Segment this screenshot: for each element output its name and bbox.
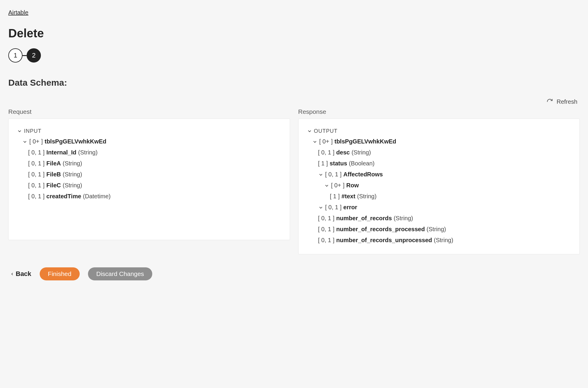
field-name: FileC <box>47 181 61 190</box>
field-type: (String) <box>63 159 82 168</box>
field-type: (String) <box>357 192 377 201</box>
refresh-label: Refresh <box>557 98 577 106</box>
response-label: Response <box>298 107 580 116</box>
refresh-icon <box>547 98 553 105</box>
field-type: (Boolean) <box>349 159 375 168</box>
field-type: (String) <box>78 148 98 157</box>
chevron-left-icon <box>11 272 14 276</box>
tree-leaf[interactable]: [ 0, 1 ] FileB (String) <box>17 169 281 180</box>
cardinality: [ 0, 1 ] <box>318 148 335 157</box>
chevron-down-icon[interactable] <box>307 129 312 133</box>
chevron-down-icon[interactable] <box>318 205 323 210</box>
section-title: Data Schema: <box>8 76 580 89</box>
tree-node-error[interactable]: [ 0, 1 ] error <box>307 202 571 213</box>
tree-leaf[interactable]: [ 0, 1 ] number_of_records_processed (St… <box>307 224 571 235</box>
cardinality: [ 0+ <box>331 181 341 190</box>
node-name: Row <box>346 181 359 190</box>
page-title: Delete <box>8 25 580 42</box>
tree-leaf[interactable]: [ 0, 1 ] number_of_records_unprocessed (… <box>307 235 571 246</box>
tree-leaf[interactable]: [ 1 ] status (Boolean) <box>307 158 571 169</box>
request-label: Request <box>8 107 290 116</box>
cardinality: [ 0+ <box>319 137 329 146</box>
cardinality: [ 0, 1 ] <box>28 181 45 190</box>
cardinality: [ 1 ] <box>318 159 328 168</box>
step-connector <box>23 55 27 56</box>
tree-node-row[interactable]: [ 0+ ] Row <box>307 180 571 191</box>
tree-leaf[interactable]: [ 0, 1 ] number_of_records (String) <box>307 213 571 224</box>
field-name: desc <box>336 148 350 157</box>
field-type: (String) <box>394 214 413 223</box>
tree-root-output[interactable]: OUTPUT <box>307 126 571 136</box>
field-type: (String) <box>427 225 446 234</box>
cardinality: [ 0, 1 ] <box>28 192 45 201</box>
finished-button[interactable]: Finished <box>40 267 80 280</box>
tree-leaf[interactable]: [ 0, 1 ] Internal_Id (String) <box>17 147 281 158</box>
cardinality: [ 0, 1 ] <box>28 159 45 168</box>
node-name: error <box>343 203 357 212</box>
cardinality: [ 0, 1 ] <box>325 203 342 212</box>
request-panel: INPUT [ 0+ ] tblsPgGELVwhkKwEd [ 0, 1 ] … <box>8 119 290 240</box>
tree-root-input[interactable]: INPUT <box>17 126 281 136</box>
field-type: (String) <box>352 148 371 157</box>
cardinality: [ 0, 1 ] <box>28 170 45 179</box>
chevron-down-icon[interactable] <box>318 173 323 177</box>
cardinality: [ 0+ <box>29 137 39 146</box>
chevron-down-icon[interactable] <box>312 140 318 144</box>
cardinality: [ 0, 1 ] <box>28 148 45 157</box>
tree-node-affectedrows[interactable]: [ 0, 1 ] AffectedRows <box>307 169 571 180</box>
field-name: number_of_records <box>336 214 392 223</box>
cardinality: [ 1 ] <box>330 192 340 201</box>
tree-root-label: OUTPUT <box>314 127 338 135</box>
tree-root-label: INPUT <box>24 127 41 135</box>
field-type: (Datetime) <box>83 192 110 201</box>
field-name: FileB <box>47 170 61 179</box>
step-2[interactable]: 2 <box>27 48 41 63</box>
chevron-down-icon[interactable] <box>22 140 28 144</box>
tree-leaf[interactable]: [ 0, 1 ] FileC (String) <box>17 180 281 191</box>
chevron-down-icon[interactable] <box>17 129 22 133</box>
table-name: tblsPgGELVwhkKwEd <box>44 137 106 146</box>
table-name: tblsPgGELVwhkKwEd <box>334 137 396 146</box>
stepper: 1 2 <box>8 48 580 63</box>
cardinality: [ 0, 1 ] <box>318 225 335 234</box>
tree-node-table[interactable]: [ 0+ ] tblsPgGELVwhkKwEd <box>307 136 571 147</box>
node-name: AffectedRows <box>343 170 383 179</box>
cardinality-suffix: ] <box>41 137 43 146</box>
back-button[interactable]: Back <box>11 269 31 279</box>
cardinality-suffix: ] <box>331 137 333 146</box>
field-name: status <box>330 159 347 168</box>
field-type: (String) <box>63 170 82 179</box>
tree-leaf[interactable]: [ 1 ] #text (String) <box>307 191 571 202</box>
cardinality-suffix: ] <box>343 181 345 190</box>
breadcrumb-airtable[interactable]: Airtable <box>8 9 28 16</box>
field-name: Internal_Id <box>47 148 76 157</box>
refresh-button[interactable]: Refresh <box>544 96 580 107</box>
field-name: number_of_records_unprocessed <box>336 236 432 245</box>
field-name: FileA <box>47 159 61 168</box>
tree-leaf[interactable]: [ 0, 1 ] desc (String) <box>307 147 571 158</box>
discard-changes-button[interactable]: Discard Changes <box>88 267 152 280</box>
field-type: (String) <box>63 181 82 190</box>
field-name: number_of_records_processed <box>336 225 425 234</box>
field-type: (String) <box>434 236 454 245</box>
tree-leaf[interactable]: [ 0, 1 ] createdTime (Datetime) <box>17 191 281 202</box>
back-label: Back <box>16 269 31 279</box>
cardinality: [ 0, 1 ] <box>318 214 335 223</box>
tree-node-table[interactable]: [ 0+ ] tblsPgGELVwhkKwEd <box>17 136 281 147</box>
field-name: createdTime <box>47 192 81 201</box>
cardinality: [ 0, 1 ] <box>325 170 342 179</box>
step-1[interactable]: 1 <box>8 48 23 63</box>
tree-leaf[interactable]: [ 0, 1 ] FileA (String) <box>17 158 281 169</box>
response-panel: OUTPUT [ 0+ ] tblsPgGELVwhkKwEd [ 0, 1 ]… <box>298 119 580 254</box>
field-name: #text <box>342 192 355 201</box>
cardinality: [ 0, 1 ] <box>318 236 335 245</box>
chevron-down-icon[interactable] <box>324 183 329 188</box>
